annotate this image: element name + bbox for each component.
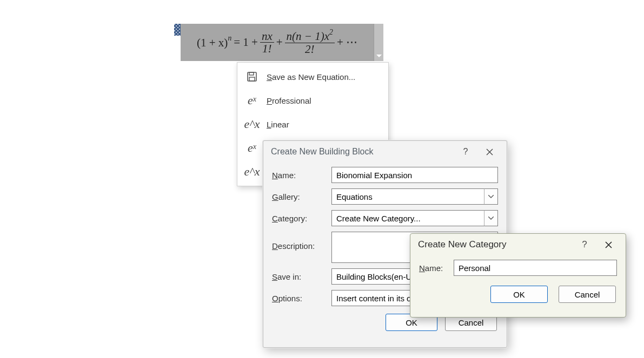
equation-content[interactable]: (1 + x)n = 1 + nx 1! + n(n − 1)x2 2! + ⋯ bbox=[181, 24, 374, 61]
chevron-down-icon bbox=[376, 55, 382, 58]
equation-options-dropdown[interactable] bbox=[374, 24, 383, 61]
category-combobox[interactable] bbox=[331, 210, 498, 226]
eq-frac2: n(n − 1)x2 2! bbox=[285, 30, 335, 55]
name-input[interactable] bbox=[331, 167, 498, 183]
category-name-input[interactable] bbox=[454, 260, 617, 276]
chevron-down-icon bbox=[488, 217, 494, 220]
dialog-title: Create New Building Block bbox=[271, 147, 454, 157]
eq-frac2-den: 2! bbox=[303, 43, 316, 55]
eq-frac1: nx 1! bbox=[260, 30, 274, 55]
eq-lhs-base: (1 + x) bbox=[197, 36, 228, 49]
dialog-titlebar[interactable]: Create New Building Block ? bbox=[263, 141, 507, 163]
equation-drag-handle[interactable] bbox=[174, 24, 181, 36]
category-label: Category: bbox=[272, 214, 331, 223]
menu-linear[interactable]: e^x Linear bbox=[237, 112, 388, 136]
gallery-combobox[interactable] bbox=[331, 188, 498, 205]
create-new-category-dialog: Create New Category ? Name: OK Cancel bbox=[410, 233, 626, 318]
eq-lhs-exp: n bbox=[228, 34, 231, 42]
save-icon bbox=[245, 70, 259, 83]
close-icon bbox=[486, 148, 493, 156]
menu-linear-label: Linear bbox=[267, 120, 289, 129]
close-button[interactable] bbox=[596, 237, 620, 253]
menu-item-truncated-5[interactable]: e^x bbox=[237, 160, 264, 184]
category-name-label: Name: bbox=[419, 264, 454, 273]
eq-frac2-exp: 2 bbox=[329, 28, 333, 36]
eq-tail: + ⋯ bbox=[337, 36, 357, 49]
close-icon bbox=[605, 241, 612, 248]
dialog-title: Create New Category bbox=[418, 239, 573, 250]
menu-professional[interactable]: ex Professional bbox=[237, 89, 388, 112]
menu-professional-label: Professional bbox=[267, 96, 311, 105]
equation-container: (1 + x)n = 1 + nx 1! + n(n − 1)x2 2! + ⋯ bbox=[174, 24, 383, 61]
options-label: Options: bbox=[272, 294, 331, 303]
dialog-titlebar[interactable]: Create New Category ? bbox=[410, 234, 626, 255]
chevron-down-icon bbox=[488, 195, 494, 198]
eq-frac1-num: nx bbox=[260, 30, 274, 43]
category-dropdown-button[interactable] bbox=[484, 210, 498, 226]
close-button[interactable] bbox=[477, 144, 501, 160]
menu-item-truncated-4[interactable]: ex bbox=[237, 136, 264, 160]
description-label: Description: bbox=[272, 232, 331, 251]
eq-frac2-num: n(n − 1)x bbox=[287, 30, 329, 43]
menu-save-label: Save as New Equation... bbox=[267, 72, 355, 82]
name-label: Name: bbox=[272, 171, 331, 180]
gallery-label: Gallery: bbox=[272, 192, 331, 201]
cancel-button[interactable]: Cancel bbox=[559, 286, 616, 303]
professional-format-icon: ex bbox=[245, 141, 259, 154]
eq-equals: = 1 + bbox=[234, 36, 258, 49]
eq-plus1: + bbox=[276, 36, 283, 49]
ok-button[interactable]: OK bbox=[490, 286, 548, 303]
menu-save-as-new-equation[interactable]: Save as New Equation... bbox=[237, 65, 388, 89]
svg-rect-2 bbox=[249, 77, 255, 81]
help-button[interactable]: ? bbox=[573, 237, 596, 253]
linear-format-icon: e^x bbox=[245, 118, 259, 131]
help-button[interactable]: ? bbox=[454, 144, 477, 160]
eq-frac1-den: 1! bbox=[261, 43, 274, 55]
linear-format-icon: e^x bbox=[245, 165, 259, 178]
professional-format-icon: ex bbox=[245, 94, 259, 107]
savein-label: Save in: bbox=[272, 272, 331, 281]
gallery-dropdown-button[interactable] bbox=[484, 188, 498, 205]
